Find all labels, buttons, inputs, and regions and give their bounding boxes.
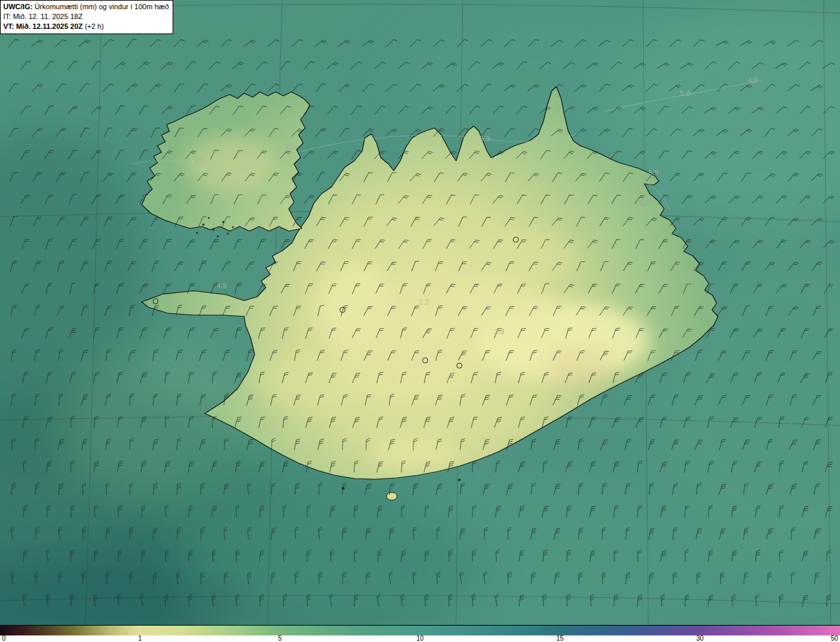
- weather-map-app: 4.85.85.95.63.05.95.04.51.23.8 UWC/IG: Ú…: [0, 0, 840, 642]
- contour-label: 3.8: [494, 328, 504, 335]
- contour-label: 4.8: [747, 76, 757, 84]
- colorbar-tick: 5: [278, 635, 282, 642]
- contour-label: 5.9: [480, 135, 490, 142]
- colorbar-tick: 10: [416, 635, 423, 642]
- contour-label: 5.9: [648, 169, 658, 177]
- info-line-product: UWC/IG: Úrkomumætti (mm) og vindur í 100…: [3, 2, 169, 12]
- weather-map: 4.85.85.95.63.05.95.04.51.23.8: [0, 0, 840, 625]
- colorbar-tick: 50: [831, 635, 838, 642]
- contour-label: 3.0: [194, 156, 204, 164]
- contour-label: 5.6: [284, 142, 294, 150]
- info-line-valid: VT: Mið. 12.11.2025 20Z (+2 h): [3, 22, 169, 32]
- valid-time: VT: Mið. 12.11.2025 20Z: [3, 22, 83, 30]
- colorbar-gradient: [0, 625, 840, 635]
- colorbar-tick: 15: [556, 635, 564, 642]
- contour-label: 5.8: [680, 89, 690, 97]
- colorbar-tick: 30: [696, 635, 704, 642]
- product-code: UWC/IG:: [3, 3, 33, 11]
- contour-label: 5.0: [639, 199, 649, 207]
- colorbar-ticks: 01510153050: [0, 635, 840, 642]
- contour-label: 1.2: [419, 298, 429, 306]
- colorbar-tick: 0: [2, 635, 6, 642]
- colorbar-legend: 01510153050: [0, 625, 840, 642]
- valid-offset: (+2 h): [83, 22, 104, 30]
- product-title: Úrkomumætti (mm) og vindur í 100m hæð: [33, 3, 169, 11]
- contour-label: 4.5: [217, 282, 226, 289]
- info-line-init: IT: Mið. 12. 11. 2025 18Z: [3, 12, 169, 22]
- colorbar-tick: 1: [138, 635, 142, 642]
- map-info-box: UWC/IG: Úrkomumætti (mm) og vindur í 100…: [0, 0, 173, 34]
